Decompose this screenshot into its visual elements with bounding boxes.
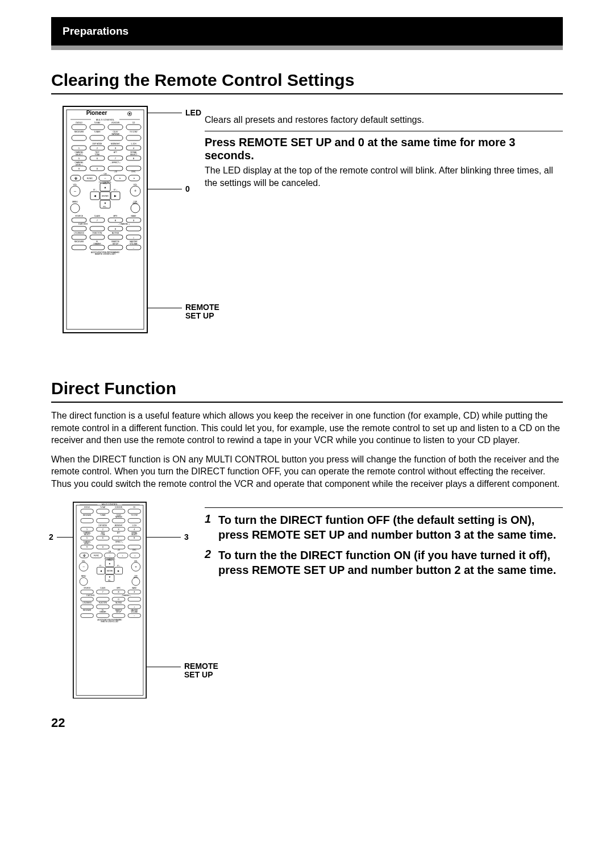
- callout-zero: 0: [185, 184, 190, 193]
- remote-svg-1: PioneerMULTI CONTROLDVD/LDTV/SATVCR/DVRC…: [63, 106, 148, 333]
- svg-rect-15: [126, 125, 141, 130]
- svg-text:ATT: ATT: [117, 532, 120, 534]
- svg-rect-152: [128, 509, 141, 514]
- svg-rect-123: [108, 235, 123, 239]
- svg-text:CH: CH: [109, 551, 111, 553]
- svg-text:0: 0: [102, 546, 103, 548]
- remote-svg-2: MULTI CONTROLDVD/LDTV/SATVCR/DVRCDRECEIV…: [73, 502, 147, 699]
- svg-text:TV CONT: TV CONT: [131, 514, 138, 516]
- svg-rect-122: [90, 235, 105, 239]
- svg-text:7: 7: [118, 537, 119, 539]
- svg-text:ATT: ATT: [114, 151, 117, 154]
- step-2-text: To turn the the DIRECT function ON (if y…: [218, 548, 563, 577]
- step-1-num: 1: [205, 512, 218, 542]
- svg-text:VCR/DVR: VCR/DVR: [115, 506, 122, 509]
- svg-rect-135: [108, 245, 123, 250]
- svg-point-236: [132, 577, 140, 585]
- svg-text:– EFFECT +: – EFFECT +: [114, 540, 123, 543]
- svg-text:REMOTE CONTROL UNIT: REMOTE CONTROL UNIT: [101, 620, 119, 622]
- svg-text:SETUP: SETUP: [116, 611, 121, 613]
- svg-text:TV/SAT: TV/SAT: [100, 506, 106, 509]
- svg-text:⏻: ⏻: [74, 176, 77, 180]
- section1-intro: Clears all presets and restores factory …: [205, 115, 563, 125]
- svg-rect-161: [128, 518, 141, 523]
- svg-text:VOL: VOL: [82, 560, 85, 562]
- svg-rect-14: [108, 125, 123, 130]
- svg-text:DISC: DISC: [131, 171, 136, 173]
- remote-illustration-1: PioneerMULTI CONTROLDVD/LDTV/SATVCR/DVRC…: [51, 106, 205, 345]
- svg-rect-113: [72, 226, 86, 231]
- svg-rect-22: [90, 135, 105, 140]
- callout-three: 3: [184, 532, 189, 542]
- svg-text:RECEIVER: RECEIVER: [74, 131, 84, 133]
- svg-rect-24: [126, 135, 141, 140]
- svg-text:PG –: PG –: [108, 579, 111, 581]
- svg-text:RECEIVER: RECEIVER: [83, 514, 91, 516]
- svg-rect-241: [81, 590, 94, 594]
- svg-text:TONE: TONE: [95, 154, 100, 156]
- svg-text:CLASS: CLASS: [100, 587, 105, 589]
- svg-text:ST –: ST –: [93, 189, 97, 191]
- svg-rect-159: [97, 518, 110, 523]
- callout-two: 2: [49, 532, 53, 542]
- svg-text:SELECT: SELECT: [130, 154, 137, 156]
- svg-text:SOURCE: SOURCE: [84, 587, 90, 589]
- svg-text:RECEIVER: RECEIVER: [74, 241, 84, 243]
- svg-text:MULTI CONTROL: MULTI CONTROL: [96, 118, 115, 121]
- svg-text:Pioneer: Pioneer: [86, 110, 107, 116]
- svg-text:CLASS: CLASS: [94, 215, 100, 217]
- svg-text:PG –: PG –: [103, 206, 107, 208]
- callout-remote-setup-1: REMOTE SET UP: [185, 303, 231, 321]
- svg-text:– CHANNEL +: – CHANNEL +: [121, 594, 131, 596]
- svg-text:+: +: [134, 176, 135, 180]
- svg-rect-260: [112, 605, 125, 609]
- svg-text:ST –: ST –: [99, 564, 103, 567]
- svg-text:+: +: [134, 189, 136, 193]
- svg-text:+10: +10: [117, 548, 120, 551]
- svg-text:FUNCTION: FUNCTION: [93, 232, 102, 234]
- svg-text:DSP MODE: DSP MODE: [99, 524, 107, 527]
- svg-text:DIMMER: DIMMER: [94, 243, 102, 245]
- svg-text:DVD/LD: DVD/LD: [76, 122, 82, 124]
- svg-rect-158: [81, 518, 94, 523]
- svg-rect-59: [126, 166, 141, 171]
- svg-rect-134: [90, 245, 105, 250]
- svg-text:MUTING: MUTING: [112, 232, 119, 234]
- svg-rect-12: [72, 125, 86, 130]
- svg-text:4: 4: [134, 528, 135, 530]
- svg-text:SELECT: SELECT: [76, 154, 82, 156]
- svg-text:MPX: MPX: [117, 587, 121, 589]
- svg-text:SELECT: SELECT: [84, 534, 90, 536]
- callout-remote-setup-2: REMOTE SET UP: [184, 662, 230, 680]
- svg-rect-258: [81, 605, 94, 609]
- svg-text:PG +: PG +: [108, 559, 111, 561]
- svg-text:– EFFECT +: – EFFECT +: [110, 162, 121, 164]
- section2-para2: When the DIRECT function is ON any MULTI…: [51, 453, 563, 490]
- section1-step-title: Press REMOTE SET UP and 0 at the same ti…: [205, 136, 563, 162]
- svg-text:+: +: [119, 176, 121, 180]
- svg-text:ENTER: ENTER: [102, 195, 109, 197]
- svg-text:VOLUME: VOLUME: [130, 243, 137, 245]
- svg-text:MENU: MENU: [81, 574, 86, 577]
- step-1-text: To turn the DIRECT funtion OFF (the defa…: [218, 512, 563, 542]
- svg-rect-270: [81, 613, 94, 617]
- svg-text:+: +: [134, 605, 135, 607]
- svg-text:+10: +10: [114, 171, 117, 173]
- svg-text:TV/SAT: TV/SAT: [94, 122, 101, 124]
- svg-text:PG +: PG +: [103, 183, 107, 185]
- svg-text:FUNC: FUNC: [87, 177, 93, 180]
- svg-rect-23: [108, 135, 123, 140]
- rule: [205, 507, 563, 508]
- svg-text:CD: CD: [132, 122, 135, 124]
- svg-rect-271: [97, 613, 110, 617]
- svg-text:FUNCTION: FUNCTION: [99, 602, 107, 604]
- svg-text:7: 7: [102, 590, 103, 593]
- svg-text:DISC: DISC: [132, 548, 136, 551]
- step-2: 2 To turn the the DIRECT function ON (if…: [205, 548, 563, 577]
- section2-para1: The direct function is a useful feature …: [51, 410, 563, 447]
- svg-text:3: 3: [118, 528, 119, 530]
- svg-text:LOUDNESS: LOUDNESS: [74, 232, 84, 234]
- svg-rect-149: [81, 509, 94, 514]
- svg-rect-251: [97, 597, 110, 601]
- svg-text:SETUP: SETUP: [113, 243, 119, 245]
